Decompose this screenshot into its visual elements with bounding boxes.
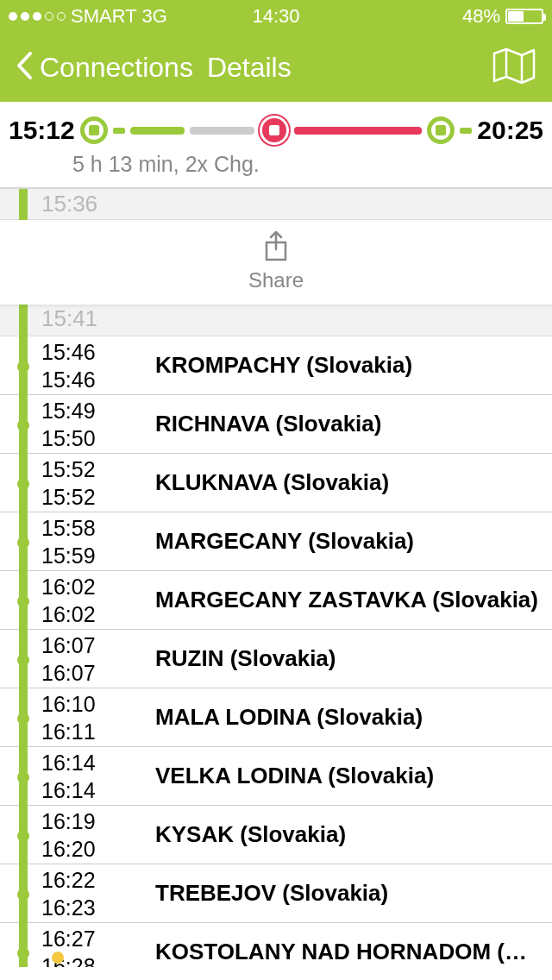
arrival-time: 15:49 [41, 397, 121, 424]
battery-icon [505, 9, 543, 24]
departure-time: 15:50 [41, 424, 121, 452]
stop-dot-icon [17, 947, 29, 959]
network-label: 3G [142, 5, 167, 28]
station-name: RUZIN (Slovakia) [155, 645, 336, 672]
station-name: RICHNAVA (Slovakia) [155, 411, 381, 437]
stop-dot-icon [17, 595, 29, 607]
battery-percent: 48% [462, 5, 500, 28]
arrival-time: 16:10 [41, 690, 121, 718]
time-faded: 15:36 [41, 191, 97, 217]
share-button[interactable]: Share [0, 220, 552, 305]
arrival-time: 16:02 [41, 573, 121, 600]
share-label: Share [248, 268, 304, 292]
route-line [19, 189, 28, 967]
departure-time: 16:23 [41, 894, 121, 921]
share-icon [263, 230, 289, 267]
journey-summary: 15:12 20:25 5 h 13 min, 2x Chg. [0, 102, 552, 189]
stops-list[interactable]: 15:36 Share 15:41 15:46 15:46 KROMPACHY … [0, 189, 552, 967]
arrive-time: 20:25 [477, 116, 543, 145]
departure-time: 16:02 [41, 600, 121, 628]
station-name: TREBEJOV (Slovakia) [155, 880, 388, 907]
stop-dot-icon [17, 537, 29, 549]
arrival-time: 15:52 [41, 455, 121, 483]
departure-time: 16:14 [41, 776, 121, 804]
transfer-node-icon [260, 116, 289, 145]
station-name: MALA LODINA (Slovakia) [155, 704, 423, 731]
station-name: KROMPACHY (Slovakia) [155, 352, 412, 379]
list-item[interactable]: 15:36 [0, 189, 552, 220]
stop-dot-icon [17, 830, 29, 842]
status-bar: SMART 3G 14:30 48% [0, 0, 552, 33]
station-name: KOSTOLANY NAD HORNADOM (… [155, 939, 527, 965]
station-name: MARGECANY (Slovakia) [155, 528, 414, 555]
arrival-time: 16:27 [41, 925, 121, 952]
station-name: KLUKNAVA (Slovakia) [155, 469, 389, 496]
clock: 14:30 [252, 5, 299, 28]
list-item[interactable]: 16:10 16:11 MALA LODINA (Slovakia) [0, 688, 552, 747]
stop-dot-icon [17, 478, 29, 490]
list-item[interactable]: 16:02 16:02 MARGECANY ZASTAVKA (Slovakia… [0, 571, 552, 630]
station-name: MARGECANY ZASTAVKA (Slovakia) [155, 587, 538, 613]
list-item[interactable]: 16:14 16:14 VELKA LODINA (Slovakia) [0, 747, 552, 806]
chevron-left-icon [16, 46, 33, 89]
departure-time: 16:11 [41, 718, 121, 745]
depart-time: 15:12 [9, 116, 75, 145]
list-item[interactable]: 15:41 [0, 302, 552, 336]
map-button[interactable] [492, 47, 536, 88]
carrier-label: SMART [71, 5, 137, 28]
stop-dot-icon [17, 361, 29, 373]
list-item[interactable]: 16:07 16:07 RUZIN (Slovakia) [0, 630, 552, 688]
stop-dot-icon [17, 889, 29, 901]
list-item[interactable]: 16:27 16:28 KOSTOLANY NAD HORNADOM (… [0, 923, 552, 967]
arrival-time: 16:14 [41, 749, 121, 776]
stop-dot-icon [17, 713, 29, 725]
list-item[interactable]: 15:46 15:46 KROMPACHY (Slovakia) [0, 336, 552, 395]
stop-dot-icon [17, 654, 29, 666]
list-item[interactable]: 16:19 16:20 KYSAK (Slovakia) [0, 806, 552, 864]
departure-time: 15:52 [41, 483, 121, 511]
departure-time: 16:07 [41, 659, 121, 687]
list-item[interactable]: 15:49 15:50 RICHNAVA (Slovakia) [0, 395, 552, 454]
end-node-icon [427, 116, 455, 144]
stop-dot-icon [17, 771, 29, 783]
signal-dots [9, 12, 66, 21]
page-title: Details [207, 52, 292, 84]
departure-time: 15:46 [41, 366, 121, 393]
arrival-time: 15:58 [41, 514, 121, 542]
departure-time: 15:59 [41, 542, 121, 569]
time-faded: 15:41 [41, 305, 97, 332]
arrival-time: 16:22 [41, 866, 121, 894]
duration-label: 5 h 13 min, 2x Chg. [72, 152, 543, 177]
back-button[interactable]: Connections Details [16, 46, 292, 89]
list-item[interactable]: 15:58 15:59 MARGECANY (Slovakia) [0, 512, 552, 571]
indicator-dot [52, 952, 64, 964]
back-label: Connections [40, 52, 193, 84]
nav-bar: Connections Details [0, 33, 552, 102]
arrival-time: 16:07 [41, 631, 121, 659]
station-name: KYSAK (Slovakia) [155, 821, 346, 848]
stop-dot-icon [17, 419, 29, 431]
departure-time: 16:20 [41, 835, 121, 863]
arrival-time: 16:19 [41, 807, 121, 835]
station-name: VELKA LODINA (Slovakia) [155, 763, 434, 789]
start-node-icon [80, 116, 108, 144]
list-item[interactable]: 16:22 16:23 TREBEJOV (Slovakia) [0, 864, 552, 923]
arrival-time: 15:46 [41, 338, 121, 366]
list-item[interactable]: 15:52 15:52 KLUKNAVA (Slovakia) [0, 454, 552, 512]
